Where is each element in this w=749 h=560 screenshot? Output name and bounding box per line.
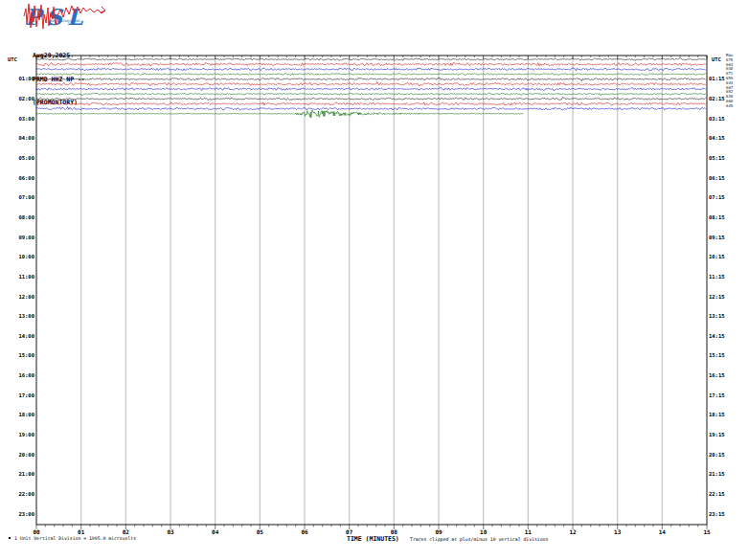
trace-row-0115: [36, 81, 706, 85]
utc-label-left: UTC: [8, 56, 17, 62]
minute-label: 15: [703, 528, 711, 535]
hour-label-right: 02:15: [709, 96, 725, 101]
amplitude-scale-column: Max675663648671659644667652638660645: [726, 54, 749, 109]
minute-labels: 00010203040506070809101112131415: [33, 528, 711, 535]
hour-label-right: 01:15: [709, 76, 725, 81]
minute-label: 12: [569, 528, 577, 535]
helicorder-plot: UTC UTC 01:0002:0003:0004:0005:0006:0007…: [0, 0, 749, 560]
hour-label-right: 17:15: [709, 392, 725, 398]
hour-label-left: 03:00: [18, 116, 34, 122]
hour-label-left: 11:00: [18, 274, 34, 280]
utc-label-right: UTC: [712, 56, 721, 62]
hour-label-left: 10:00: [18, 254, 34, 259]
hour-label-right: 15:15: [709, 352, 725, 358]
plot-border: [36, 56, 707, 525]
trace-row-0030: [36, 68, 706, 71]
trace-row-0215: [36, 102, 706, 105]
trace-row-0145: [36, 93, 706, 96]
hour-label-right: 14:15: [709, 333, 725, 339]
hour-label-left: 14:00: [18, 333, 34, 339]
trace-rows: [36, 58, 706, 119]
trace-row-0230: [36, 107, 706, 111]
hour-label-left: 01:00: [18, 76, 34, 81]
trace-row-0045: [36, 73, 706, 76]
hour-label-left: 12:00: [18, 294, 34, 300]
hour-label-left: 21:00: [18, 471, 34, 477]
hour-label-left: 09:00: [18, 235, 34, 240]
hour-label-left: 23:00: [18, 511, 34, 517]
hour-label-left: 17:00: [18, 392, 34, 398]
minute-label: 11: [525, 528, 533, 535]
hour-label-right: 13:15: [709, 313, 725, 319]
hour-label-left: 02:00: [18, 96, 34, 101]
hour-label-left: 15:00: [18, 352, 34, 358]
bottom-axis-ticks: [36, 525, 707, 529]
hour-label-right: 04:15: [709, 135, 725, 141]
hour-label-left: 20:00: [18, 452, 34, 458]
minute-label: 02: [123, 528, 130, 535]
hour-label-left: 04:00: [18, 135, 34, 141]
hour-labels-left: 01:0002:0003:0004:0005:0006:0007:0008:00…: [18, 76, 34, 516]
hour-label-left: 22:00: [18, 491, 34, 497]
hour-label-right: 16:15: [709, 372, 725, 378]
hour-label-right: 08:15: [709, 214, 725, 220]
minute-label: 13: [614, 528, 622, 535]
minute-label: 04: [212, 528, 219, 535]
hour-label-left: 18:00: [18, 412, 34, 417]
minute-gridlines: [81, 56, 663, 525]
hour-label-right: 21:15: [709, 471, 725, 477]
trace-row-0100: [36, 78, 706, 81]
minute-label: 06: [301, 528, 308, 535]
trace-row-0015: [36, 62, 706, 66]
hour-label-right: 03:15: [709, 116, 725, 122]
minute-label: 10: [480, 528, 488, 535]
hour-label-right: 11:15: [709, 274, 725, 280]
hour-label-left: 19:00: [18, 432, 34, 437]
webicorder-page: PSL Seismology Lab Aug29,2025 PRMD HHZ N…: [0, 0, 749, 560]
hour-label-left: 16:00: [18, 372, 34, 378]
hour-label-right: 23:15: [709, 511, 725, 517]
hour-label-left: 13:00: [18, 313, 34, 319]
x-axis-title: TIME (MINUTES): [347, 535, 399, 543]
hour-label-left: 06:00: [18, 175, 34, 181]
hour-labels-right: 01:1502:1503:1504:1505:1506:1507:1508:15…: [709, 76, 725, 516]
trace-row-0245-event: [36, 110, 524, 118]
minute-label: 03: [167, 528, 174, 535]
trace-row-0000: [36, 58, 706, 61]
minute-label: 09: [435, 528, 443, 535]
hour-label-right: 12:15: [709, 294, 725, 300]
scale-footnote: 1 Unit Vertical Division = 1905.0 microv…: [14, 536, 136, 541]
scale-line: 645: [726, 104, 749, 109]
clipping-note: Traces clipped at plus/minus 10 vertical…: [410, 537, 549, 542]
minute-label: 05: [257, 528, 264, 535]
trace-row-0200: [36, 97, 706, 100]
hour-label-right: 22:15: [709, 491, 725, 497]
hour-label-right: 10:15: [709, 254, 725, 259]
hour-label-right: 20:15: [709, 452, 725, 458]
minute-label: 00: [33, 528, 40, 535]
hour-label-left: 05:00: [18, 155, 34, 161]
hour-label-right: 06:15: [709, 175, 725, 181]
minute-label: 07: [346, 528, 353, 535]
trace-row-0130: [36, 87, 706, 91]
hour-label-right: 18:15: [709, 412, 725, 417]
hour-label-right: 05:15: [709, 155, 725, 161]
minute-label: 14: [659, 528, 667, 535]
minute-label: 08: [391, 528, 398, 535]
footnote-marker: [9, 537, 11, 539]
hour-label-right: 09:15: [709, 235, 725, 240]
hour-label-right: 07:15: [709, 194, 725, 200]
hour-label-left: 07:00: [18, 194, 34, 200]
minute-label: 01: [78, 528, 85, 535]
hour-label-left: 08:00: [18, 214, 34, 220]
hour-label-right: 19:15: [709, 432, 725, 437]
